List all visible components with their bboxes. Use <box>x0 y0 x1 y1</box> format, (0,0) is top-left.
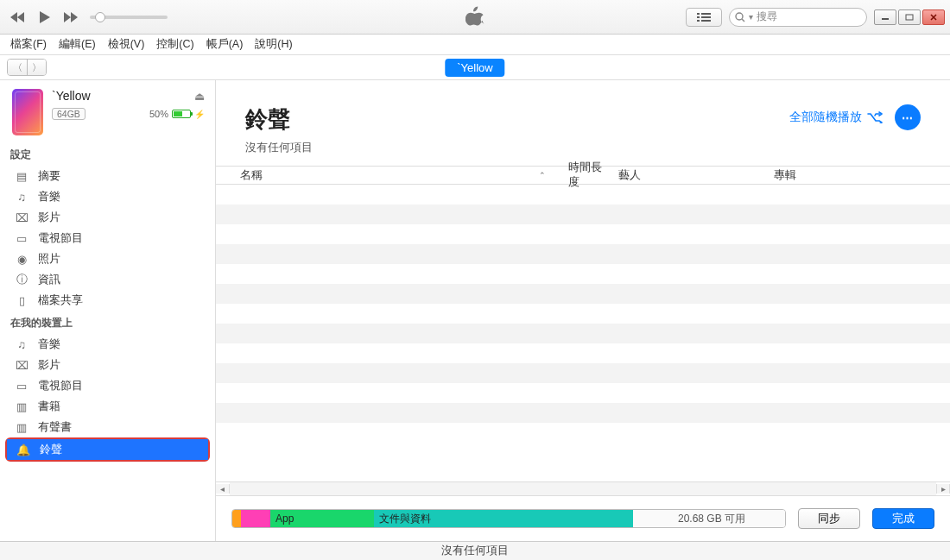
page-title: 鈴聲 <box>245 104 313 135</box>
sidebar-item-tv[interactable]: ▭電視節目 <box>0 228 215 249</box>
sidebar-item-movies[interactable]: ⌧影片 <box>0 207 215 228</box>
prev-button[interactable] <box>7 6 29 28</box>
sidebar: `Yellow ⏏ 64GB 50% ⚡ 設定 ▤摘要 ♫音樂 ⌧影片 ▭電視節… <box>0 80 216 541</box>
camera-icon: ◉ <box>14 253 29 266</box>
music-icon: ♫ <box>14 338 29 351</box>
music-icon: ♫ <box>14 191 29 204</box>
sidebar-item-device-audiobooks[interactable]: ▥有聲書 <box>0 417 215 437</box>
menu-bar: 檔案(F) 編輯(E) 檢視(V) 控制(C) 帳戶(A) 說明(H) <box>0 35 950 55</box>
sidebar-item-device-movies[interactable]: ⌧影片 <box>0 355 215 375</box>
horizontal-scrollbar[interactable]: ◂▸ <box>216 481 950 495</box>
storage-seg-app: App <box>270 510 374 527</box>
audiobook-icon: ▥ <box>14 421 29 434</box>
device-header-bar: 〈 〉 `Yellow <box>0 55 950 80</box>
film-icon: ⌧ <box>14 211 29 224</box>
play-button[interactable] <box>33 6 55 28</box>
status-bar: 沒有任何項目 <box>0 541 950 560</box>
shuffle-all-button[interactable]: 全部隨機播放 <box>789 110 883 125</box>
sync-button[interactable]: 同步 <box>798 508 860 529</box>
shuffle-icon <box>867 111 883 123</box>
sort-caret-icon: ⌃ <box>539 171 546 179</box>
menu-account[interactable]: 帳戶(A) <box>201 35 249 53</box>
eject-icon[interactable]: ⏏ <box>194 90 205 103</box>
sidebar-section-settings: 設定 <box>0 142 215 166</box>
sidebar-item-file-sharing[interactable]: ▯檔案共享 <box>0 290 215 311</box>
menu-help[interactable]: 說明(H) <box>250 35 297 53</box>
device-chip[interactable]: `Yellow <box>445 59 504 77</box>
search-input[interactable]: ▾ 搜尋 <box>729 8 867 27</box>
column-headers: 名稱⌃ 時間長度 藝人 專輯 <box>216 166 950 185</box>
battery-status: 50% ⚡ <box>149 109 205 119</box>
sidebar-item-device-tv[interactable]: ▭電視節目 <box>0 375 215 396</box>
top-toolbar: ▾ 搜尋 <box>0 0 950 35</box>
svg-rect-2 <box>882 18 889 20</box>
tv-icon: ▭ <box>14 380 29 393</box>
main-content: 鈴聲 沒有任何項目 全部隨機播放 ⋯ 名稱⌃ 時間長度 藝人 專輯 ◂▸ <box>216 80 950 541</box>
sidebar-item-device-books[interactable]: ▥書籍 <box>0 396 215 417</box>
device-name: `Yellow <box>52 89 91 103</box>
page-subtitle: 沒有任何項目 <box>245 140 313 155</box>
tv-icon: ▭ <box>14 232 29 245</box>
svg-rect-3 <box>906 15 913 20</box>
col-name[interactable]: 名稱⌃ <box>216 168 561 183</box>
table-rows <box>216 185 950 481</box>
sidebar-item-info[interactable]: ⓘ資訊 <box>0 269 215 290</box>
highlighted-ringtones-box: 🔔鈴聲 <box>5 437 210 462</box>
volume-slider[interactable] <box>90 16 168 19</box>
apple-logo-icon <box>466 4 484 29</box>
sidebar-item-device-ringtones[interactable]: 🔔鈴聲 <box>7 439 208 460</box>
nav-back-button[interactable]: 〈 <box>8 60 27 75</box>
more-options-button[interactable]: ⋯ <box>895 104 921 130</box>
close-button[interactable] <box>922 9 945 25</box>
next-button[interactable] <box>59 6 81 28</box>
storage-bar: App 文件與資料 20.68 GB 可用 <box>231 509 786 528</box>
list-view-button[interactable] <box>686 8 722 27</box>
col-album[interactable]: 專輯 <box>767 168 950 183</box>
storage-seg-free: 20.68 GB 可用 <box>633 510 785 527</box>
capacity-badge: 64GB <box>52 108 86 120</box>
playback-controls <box>0 6 168 28</box>
svg-point-0 <box>736 13 743 20</box>
battery-icon <box>172 110 191 118</box>
minimize-button[interactable] <box>874 9 896 25</box>
search-placeholder: 搜尋 <box>757 9 777 24</box>
maximize-button[interactable] <box>898 9 921 25</box>
footer-panel: App 文件與資料 20.68 GB 可用 同步 完成 <box>216 495 950 541</box>
storage-seg-media <box>241 510 270 527</box>
info-icon: ⓘ <box>14 272 29 287</box>
menu-controls[interactable]: 控制(C) <box>151 35 199 53</box>
status-text: 沒有任何項目 <box>441 544 509 558</box>
sidebar-item-device-music[interactable]: ♫音樂 <box>0 334 215 355</box>
device-info: `Yellow ⏏ 64GB 50% ⚡ <box>0 80 215 142</box>
device-thumbnail <box>12 89 43 135</box>
summary-icon: ▤ <box>14 170 29 183</box>
storage-seg-docs: 文件與資料 <box>374 510 633 527</box>
sidebar-item-summary[interactable]: ▤摘要 <box>0 166 215 186</box>
sidebar-section-ondevice: 在我的裝置上 <box>0 311 215 334</box>
svg-line-1 <box>742 19 744 22</box>
folder-icon: ▯ <box>14 294 29 307</box>
bell-icon: 🔔 <box>16 444 31 456</box>
menu-file[interactable]: 檔案(F) <box>5 35 52 53</box>
nav-forward-button[interactable]: 〉 <box>27 60 46 75</box>
book-icon: ▥ <box>14 400 29 413</box>
menu-edit[interactable]: 編輯(E) <box>54 35 101 53</box>
storage-seg-other <box>232 510 241 527</box>
done-button[interactable]: 完成 <box>872 508 934 529</box>
sidebar-item-music[interactable]: ♫音樂 <box>0 186 215 207</box>
window-controls <box>874 9 945 25</box>
film-icon: ⌧ <box>14 359 29 372</box>
search-icon <box>735 12 745 22</box>
nav-arrows: 〈 〉 <box>7 59 47 76</box>
col-artist[interactable]: 藝人 <box>611 168 767 183</box>
sidebar-item-photos[interactable]: ◉照片 <box>0 249 215 269</box>
menu-view[interactable]: 檢視(V) <box>103 35 150 53</box>
